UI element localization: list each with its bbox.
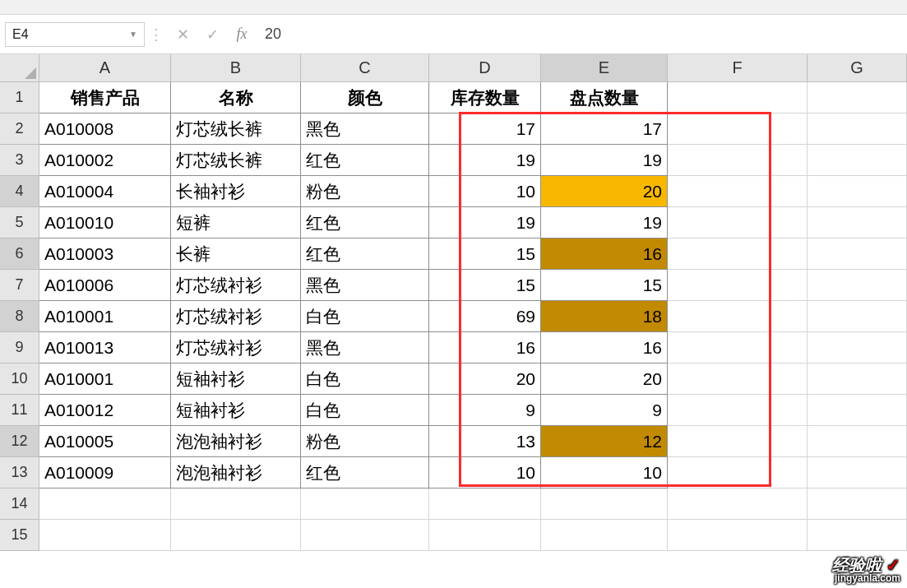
- cell-empty[interactable]: [668, 488, 808, 520]
- cell-empty[interactable]: [668, 520, 808, 551]
- cell[interactable]: 18: [541, 301, 668, 332]
- row-head[interactable]: 3: [0, 145, 39, 176]
- cell[interactable]: A010001: [39, 301, 171, 332]
- cell[interactable]: A010013: [39, 332, 171, 363]
- cell[interactable]: 10: [541, 457, 668, 488]
- cell-empty[interactable]: [668, 113, 808, 145]
- cell[interactable]: 白色: [301, 395, 429, 426]
- cell-empty[interactable]: [429, 520, 541, 551]
- row-head[interactable]: 6: [0, 238, 39, 270]
- cell-empty[interactable]: [668, 270, 808, 301]
- cell[interactable]: 9: [541, 395, 668, 426]
- cell-empty[interactable]: [808, 363, 907, 395]
- col-head-A[interactable]: A: [39, 54, 171, 82]
- cell[interactable]: 20: [541, 176, 668, 207]
- cell-empty[interactable]: [808, 270, 907, 301]
- cell[interactable]: A010005: [39, 426, 171, 457]
- cell-empty[interactable]: [808, 488, 907, 520]
- cell-empty[interactable]: [429, 488, 541, 520]
- cell-empty[interactable]: [668, 457, 808, 488]
- col-head-G[interactable]: G: [808, 54, 907, 82]
- col-head-E[interactable]: E: [541, 54, 668, 82]
- cell[interactable]: 15: [429, 270, 541, 301]
- select-all-corner[interactable]: [0, 54, 39, 82]
- cell[interactable]: A010006: [39, 270, 171, 301]
- header-cell[interactable]: 库存数量: [429, 82, 541, 113]
- cell-empty[interactable]: [808, 395, 907, 426]
- cell-empty[interactable]: [39, 520, 171, 551]
- col-head-B[interactable]: B: [171, 54, 301, 82]
- cell[interactable]: 红色: [301, 457, 429, 488]
- row-head[interactable]: 8: [0, 301, 39, 332]
- cell[interactable]: 15: [429, 238, 541, 270]
- header-cell[interactable]: 颜色: [301, 82, 429, 113]
- cell[interactable]: 黑色: [301, 113, 429, 145]
- cell[interactable]: A010003: [39, 238, 171, 270]
- cell[interactable]: 9: [429, 395, 541, 426]
- row-head[interactable]: 9: [0, 332, 39, 363]
- cell-empty[interactable]: [808, 332, 907, 363]
- cell[interactable]: 黑色: [301, 332, 429, 363]
- cell-empty[interactable]: [668, 176, 808, 207]
- fx-icon[interactable]: fx: [227, 25, 257, 43]
- cell-empty[interactable]: [668, 301, 808, 332]
- cell-empty[interactable]: [668, 82, 808, 113]
- cell-empty[interactable]: [808, 301, 907, 332]
- cell-empty[interactable]: [541, 488, 668, 520]
- cell[interactable]: 黑色: [301, 270, 429, 301]
- name-box[interactable]: E4 ▼: [5, 22, 145, 47]
- cell-empty[interactable]: [39, 488, 171, 520]
- row-head[interactable]: 2: [0, 113, 39, 145]
- row-head[interactable]: 10: [0, 363, 39, 395]
- col-head-C[interactable]: C: [301, 54, 429, 82]
- row-head[interactable]: 14: [0, 488, 39, 520]
- row-head[interactable]: 4: [0, 176, 39, 207]
- row-head[interactable]: 13: [0, 457, 39, 488]
- cell[interactable]: 泡泡袖衬衫: [171, 457, 301, 488]
- formula-input[interactable]: [257, 22, 907, 47]
- cell[interactable]: 19: [541, 207, 668, 238]
- cell[interactable]: A010001: [39, 363, 171, 395]
- cell[interactable]: 13: [429, 426, 541, 457]
- cell-empty[interactable]: [808, 145, 907, 176]
- cell[interactable]: 泡泡袖衬衫: [171, 426, 301, 457]
- cell[interactable]: 灯芯绒衬衫: [171, 332, 301, 363]
- cell[interactable]: A010004: [39, 176, 171, 207]
- header-cell[interactable]: 盘点数量: [541, 82, 668, 113]
- col-head-F[interactable]: F: [668, 54, 808, 82]
- cell[interactable]: 19: [541, 145, 668, 176]
- header-cell[interactable]: 销售产品: [39, 82, 171, 113]
- cell[interactable]: A010008: [39, 113, 171, 145]
- cell[interactable]: 16: [429, 332, 541, 363]
- spreadsheet-grid[interactable]: A B C D E F G 1 销售产品 名称 颜色 库存数量 盘点数量 2A0…: [0, 54, 907, 551]
- cell[interactable]: 16: [541, 332, 668, 363]
- cell[interactable]: 红色: [301, 145, 429, 176]
- cell-empty[interactable]: [808, 113, 907, 145]
- cell-empty[interactable]: [808, 457, 907, 488]
- cell[interactable]: 灯芯绒衬衫: [171, 301, 301, 332]
- cell-empty[interactable]: [171, 520, 301, 551]
- cell-empty[interactable]: [668, 145, 808, 176]
- cell[interactable]: 灯芯绒衬衫: [171, 270, 301, 301]
- cell[interactable]: 20: [429, 363, 541, 395]
- cell[interactable]: 15: [541, 270, 668, 301]
- accept-icon[interactable]: ✓: [197, 25, 227, 44]
- cell[interactable]: 短袖衬衫: [171, 395, 301, 426]
- row-head-1[interactable]: 1: [0, 82, 39, 113]
- cell[interactable]: A010002: [39, 145, 171, 176]
- cell-empty[interactable]: [668, 207, 808, 238]
- cell[interactable]: 10: [429, 457, 541, 488]
- cell[interactable]: 17: [541, 113, 668, 145]
- cell-empty[interactable]: [808, 426, 907, 457]
- cell[interactable]: 红色: [301, 238, 429, 270]
- cancel-icon[interactable]: ✕: [168, 25, 197, 44]
- cell-empty[interactable]: [541, 520, 668, 551]
- cell-empty[interactable]: [668, 426, 808, 457]
- cell[interactable]: 短袖衬衫: [171, 363, 301, 395]
- cell[interactable]: 16: [541, 238, 668, 270]
- row-head[interactable]: 11: [0, 395, 39, 426]
- cell[interactable]: 12: [541, 426, 668, 457]
- cell[interactable]: 粉色: [301, 176, 429, 207]
- cell[interactable]: 灯芯绒长裤: [171, 145, 301, 176]
- cell[interactable]: 17: [429, 113, 541, 145]
